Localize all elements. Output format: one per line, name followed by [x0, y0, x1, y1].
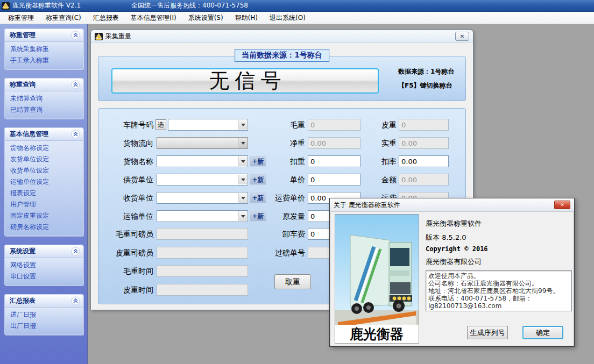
actual-weight-label: 实重: [353, 137, 397, 149]
sidebar: 称重管理 系统采集称重 手工录入称重 称重查询 未结算查询 已结算查询 基本信息…: [0, 24, 88, 364]
sidebar-item-transporter-setting[interactable]: 运输单位设定: [5, 176, 83, 188]
company-name: 鹿光衡器有限公司: [426, 257, 482, 267]
deduct-rate-field[interactable]: [399, 155, 449, 167]
take-weight-button[interactable]: 取重: [274, 274, 311, 289]
data-source-banner: 当前数据来源：1号称台: [235, 49, 329, 62]
collapse-chevron-icon[interactable]: [71, 247, 80, 256]
version-text: 版本 8.5.2.0: [426, 233, 466, 242]
gross-time-label: 毛重时间: [98, 265, 153, 277]
menu-weigh-query[interactable]: 称重查询(C): [40, 12, 87, 24]
weight-signal-display: 无信号: [111, 68, 379, 94]
sidebar-header-basic-info[interactable]: 基本信息管理: [4, 127, 83, 141]
menu-basic-info[interactable]: 基本信息管理(I): [125, 12, 182, 24]
sidebar-item-receiver-setting[interactable]: 收货单位设定: [5, 165, 83, 176]
collapse-chevron-icon[interactable]: [71, 296, 80, 305]
ok-button[interactable]: 确定: [522, 326, 563, 339]
svg-text:鹿光衡器: 鹿光衡器: [349, 326, 404, 342]
deduct-rate-label: 扣率: [353, 155, 397, 167]
capture-window-title-bar: 采集重量 ✕: [91, 30, 473, 43]
menu-summary-report[interactable]: 汇总报表: [87, 12, 125, 24]
menu-help[interactable]: 帮助(H): [229, 12, 264, 24]
sidebar-item-report-setting[interactable]: 报表设定: [5, 188, 83, 199]
sidebar-item-settled-query[interactable]: 已结算查询: [5, 104, 83, 116]
truck-image: 鹿光衡器: [335, 214, 419, 344]
product-name: 鹿光衡器称重软件: [426, 219, 482, 229]
original-qty-label: 原发量: [252, 210, 305, 222]
sidebar-section-weigh-query: 称重查询 未结算查询 已结算查询: [4, 78, 83, 119]
close-icon[interactable]: ✕: [455, 32, 469, 41]
about-dialog-title: 关于 鹿光衡器称重软件: [334, 201, 400, 210]
app-title: 鹿光衡器称重软件 V2.1: [12, 1, 81, 10]
app-logo-icon: [2, 2, 10, 10]
sidebar-item-manual-entry-weigh[interactable]: 手工录入称重: [5, 55, 83, 66]
tare-time-field: [157, 284, 248, 296]
about-dialog: 关于 鹿光衡器称重软件 ✕: [329, 198, 575, 347]
sidebar-section-summary-report: 汇总报表 进厂日报 出厂日报: [4, 294, 83, 335]
amount-label: 金额: [353, 174, 397, 185]
sidebar-item-user-management[interactable]: 用户管理: [5, 199, 83, 210]
sidebar-section-basic-info: 基本信息管理 货物名称设定 发货单位设定 收货单位设定 运输单位设定 报表设定 …: [4, 127, 83, 236]
amount-field: [399, 174, 449, 185]
sidebar-section-weigh-manage: 称重管理 系统采集称重 手工录入称重: [4, 28, 83, 69]
sidebar-item-network-settings[interactable]: 网络设置: [5, 260, 83, 271]
sidebar-item-unsettled-query[interactable]: 未结算查询: [5, 93, 83, 104]
tare-weight-label: 皮重: [353, 119, 397, 131]
sidebar-header-summary-report[interactable]: 汇总报表: [4, 294, 83, 308]
sidebar-header-weigh-manage[interactable]: 称重管理: [4, 28, 83, 42]
actual-weight-field: [399, 137, 449, 149]
tare-time-label: 皮重时间: [98, 284, 153, 296]
close-icon[interactable]: ✕: [554, 201, 570, 209]
collapse-chevron-icon[interactable]: [71, 80, 80, 89]
company-info-box: 欢迎使用本产品。 公司名称：石家庄鹿光衡器有限公司。 地址：河北省石家庄鹿泉区石…: [426, 270, 572, 311]
menu-system-settings[interactable]: 系统设置(S): [182, 12, 229, 24]
menu-exit[interactable]: 退出系统(O): [264, 12, 312, 24]
sidebar-item-weighhouse-name-setting[interactable]: 磅房名称设定: [5, 222, 83, 233]
collapse-chevron-icon[interactable]: [71, 31, 80, 40]
sidebar-header-system-settings[interactable]: 系统设置: [4, 245, 83, 258]
weight-display-panel: 无信号 数据来源：1号称台 【F5】键切换称台: [98, 56, 466, 101]
service-hotline: 全国统一售后服务热线：400-071-5758: [131, 1, 248, 10]
sidebar-item-system-capture-weigh[interactable]: 系统采集称重: [5, 44, 83, 55]
screen: 鹿光衡器称重软件 V2.1 全国统一售后服务热线：400-071-5758 称重…: [0, 0, 594, 364]
unload-fee-label: 卸车费: [252, 228, 305, 240]
sidebar-item-inbound-daily-report[interactable]: 进厂日报: [5, 309, 83, 320]
sidebar-item-fixed-tare-setting[interactable]: 固定皮重设定: [5, 210, 83, 222]
sidebar-item-outbound-daily-report[interactable]: 出厂日报: [5, 320, 83, 332]
about-dialog-title-bar: 关于 鹿光衡器称重软件 ✕: [330, 198, 574, 212]
sidebar-item-serial-settings[interactable]: 串口设置: [5, 271, 83, 282]
tare-weight-field: [399, 119, 449, 131]
menu-weigh-manage[interactable]: 称重管理: [2, 12, 40, 24]
collapse-chevron-icon[interactable]: [71, 130, 80, 139]
sidebar-header-weigh-query[interactable]: 称重查询: [4, 78, 83, 91]
sidebar-item-shipper-setting[interactable]: 发货单位设定: [5, 154, 83, 165]
generate-serial-button[interactable]: 生成序列号: [467, 326, 508, 339]
menu-bar: 称重管理 称重查询(C) 汇总报表 基本信息管理(I) 系统设置(S) 帮助(H…: [0, 12, 594, 24]
data-source-info: 数据来源：1号称台 【F5】键切换称台: [398, 65, 454, 92]
sidebar-section-system-settings: 系统设置 网络设置 串口设置: [4, 245, 83, 286]
gross-time-field: [157, 265, 248, 277]
app-title-bar: 鹿光衡器称重软件 V2.1 全国统一售后服务热线：400-071-5758: [0, 0, 594, 12]
window-title: 采集重量: [105, 32, 131, 41]
sidebar-item-goods-name-setting[interactable]: 货物名称设定: [5, 142, 83, 154]
window-logo-icon: [95, 33, 103, 40]
copyright-text: Copyright © 2016: [426, 245, 488, 253]
ticket-no-label: 过磅单号: [252, 247, 305, 259]
